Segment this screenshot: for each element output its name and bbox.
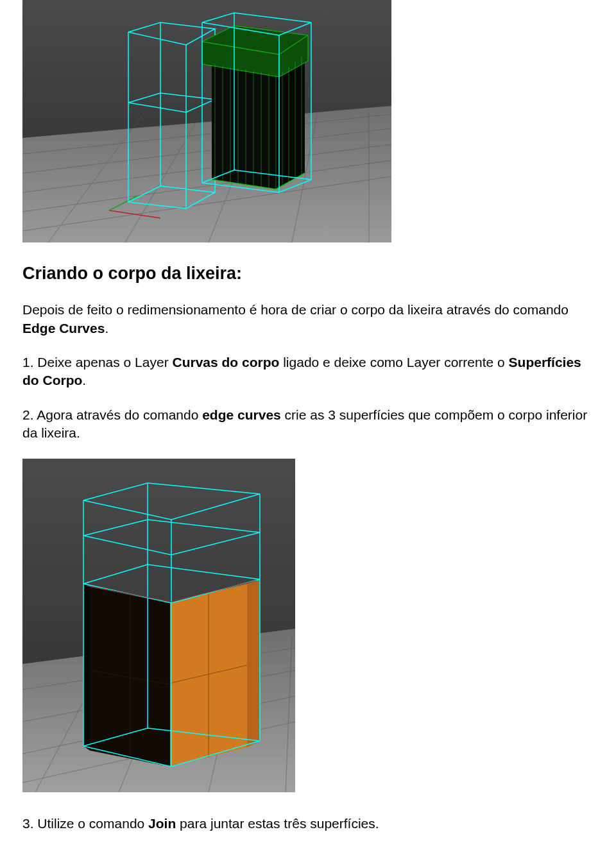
command-edge-curves: Edge Curves bbox=[22, 321, 105, 336]
figure-2-svg bbox=[22, 459, 295, 792]
step-2: 2. Agora através do comando edge curves … bbox=[22, 406, 594, 443]
svg-marker-44 bbox=[247, 579, 260, 747]
text: para juntar estas três superfícies. bbox=[176, 816, 379, 831]
figure-2-viewport bbox=[22, 459, 295, 792]
step-1: 1. Deixe apenas o Layer Curvas do corpo … bbox=[22, 353, 594, 390]
text: 1. Deixe apenas o Layer bbox=[22, 355, 172, 370]
step-3: 3. Utilize o comando Join para juntar es… bbox=[22, 815, 594, 833]
command-join: Join bbox=[148, 816, 176, 831]
text: . bbox=[105, 321, 108, 336]
text: . bbox=[82, 373, 86, 387]
svg-marker-45 bbox=[83, 584, 90, 751]
intro-paragraph: Depois de feito o redimensionamento é ho… bbox=[22, 301, 594, 337]
figure-1-svg bbox=[22, 0, 391, 242]
text: 2. Agora através do comando bbox=[22, 407, 202, 422]
command-edge-curves: edge curves bbox=[202, 407, 281, 422]
text: ligado e deixe como Layer corrente o bbox=[279, 355, 508, 370]
layer-curvas-do-corpo: Curvas do corpo bbox=[172, 355, 279, 370]
text: Depois de feito o redimensionamento é ho… bbox=[22, 302, 569, 317]
figure-1-viewport bbox=[22, 0, 391, 242]
section-heading: Criando o corpo da lixeira: bbox=[22, 262, 594, 285]
text: 3. Utilize o comando bbox=[22, 816, 148, 831]
